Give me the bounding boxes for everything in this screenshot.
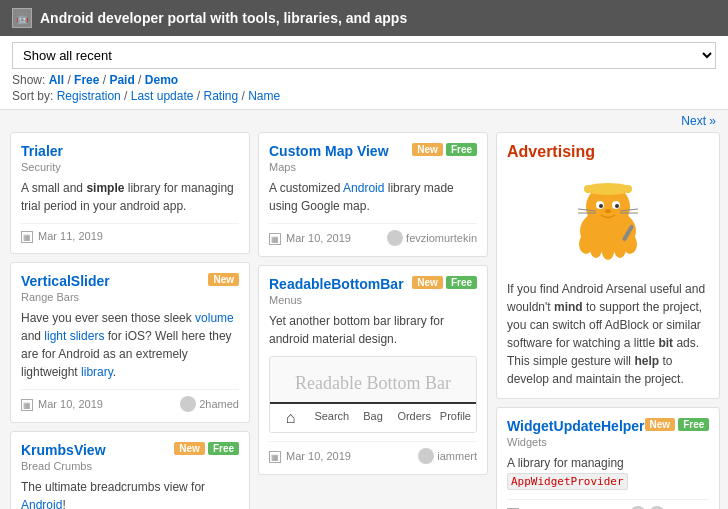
avatar-icon [387, 230, 403, 246]
widget-update-helper-title[interactable]: WidgetUpdateHelper [507, 418, 645, 434]
readable-bottom-bar-card: ReadableBottomBar New Free Menus Yet ano… [258, 265, 488, 475]
avatar-icon-2 [649, 506, 665, 510]
ad-text: If you find Android Arsenal useful and w… [507, 280, 709, 388]
next-link[interactable]: Next » [681, 114, 716, 128]
svg-point-7 [615, 204, 619, 208]
ad-image [507, 169, 709, 272]
controls-bar: Show all recent Show: All / Free / Paid … [0, 36, 728, 110]
page-title: Android developer portal with tools, lib… [40, 10, 407, 26]
sort-name-link[interactable]: Name [248, 89, 280, 103]
widget-update-helper-author: HeyAlex [630, 506, 709, 510]
readable-bottom-bar-desc: Yet another bottom bar library for andro… [269, 312, 477, 348]
vertical-slider-card: VerticalSlider New Range Bars Have you e… [10, 262, 250, 423]
vertical-slider-header: VerticalSlider New [21, 273, 239, 289]
readable-bottom-bar-title[interactable]: ReadableBottomBar [269, 276, 404, 292]
octocat-image [558, 169, 658, 269]
krumbs-header: KrumbsView New Free [21, 442, 239, 458]
avatar-icon [630, 506, 646, 510]
filter-label: Show: [12, 73, 45, 87]
filter-demo-link[interactable]: Demo [145, 73, 178, 87]
home-icon: ⌂ [270, 410, 311, 426]
nav-orders: Orders [394, 410, 435, 426]
filter-all-link[interactable]: All [49, 73, 64, 87]
svg-point-15 [590, 240, 602, 258]
readable-bottom-bar-category: Menus [269, 294, 477, 306]
free-badge: Free [446, 143, 477, 156]
trialer-header: Trialer [21, 143, 239, 159]
advertising-section: Advertising [496, 132, 720, 399]
left-column: Trialer Security A small and simple libr… [10, 132, 250, 509]
custom-map-title[interactable]: Custom Map View [269, 143, 389, 159]
krumbs-title[interactable]: KrumbsView [21, 442, 106, 458]
krumbs-badges: New Free [174, 442, 239, 455]
krumbs-desc: The ultimate breadcrumbs view for Androi… [21, 478, 239, 509]
custom-map-desc: A customized Android library made using … [269, 179, 477, 215]
avatar-icon [418, 448, 434, 464]
custom-map-author: fevziomurtekin [387, 230, 477, 246]
page-header: 🤖 Android developer portal with tools, l… [0, 0, 728, 36]
svg-rect-3 [584, 185, 632, 193]
krumbs-card: KrumbsView New Free Bread Crumbs The ult… [10, 431, 250, 509]
vertical-slider-category: Range Bars [21, 291, 239, 303]
preview-title: Readable Bottom Bar [270, 357, 476, 402]
preview-nav: ⌂ Search Bag Orders Profile [270, 402, 476, 432]
nav-home: ⌂ [270, 410, 311, 426]
sort-label: Sort by: [12, 89, 53, 103]
custom-map-footer: ▦ Mar 10, 2019 fevziomurtekin [269, 223, 477, 246]
custom-map-card: Custom Map View New Free Maps A customiz… [258, 132, 488, 257]
vertical-slider-author: 2hamed [180, 396, 239, 412]
widget-update-helper-category: Widgets [507, 436, 709, 448]
svg-point-6 [599, 204, 603, 208]
custom-map-category: Maps [269, 161, 477, 173]
widget-update-helper-footer: ▦ Mar 9, 2019 HeyAlex [507, 499, 709, 510]
calendar-icon: ▦ [21, 399, 33, 411]
svg-point-17 [602, 242, 614, 260]
trialer-footer: ▦ Mar 11, 2019 [21, 223, 239, 243]
sort-last-update-link[interactable]: Last update [131, 89, 194, 103]
svg-point-8 [605, 209, 611, 213]
readable-bottom-bar-author: iammert [418, 448, 477, 464]
calendar-icon: ▦ [269, 233, 281, 245]
mid-column: Custom Map View New Free Maps A customiz… [258, 132, 488, 509]
new-badge: New [412, 276, 443, 289]
widget-update-helper-desc: A library for managing AppWidgetProvider [507, 454, 709, 491]
trialer-date: ▦ Mar 11, 2019 [21, 230, 103, 243]
code-badge: AppWidgetProvider [507, 473, 628, 490]
widget-update-helper-header: WidgetUpdateHelper New Free [507, 418, 709, 434]
free-badge: Free [208, 442, 239, 455]
free-badge: Free [678, 418, 709, 431]
readable-bottom-bar-date: ▦ Mar 10, 2019 [269, 450, 351, 463]
nav-profile: Profile [435, 410, 476, 426]
calendar-icon: ▦ [269, 451, 281, 463]
sort-rating-link[interactable]: Rating [203, 89, 238, 103]
readable-bottom-bar-header: ReadableBottomBar New Free [269, 276, 477, 292]
filter-paid-link[interactable]: Paid [109, 73, 134, 87]
vertical-slider-desc: Have you ever seen those sleek volume an… [21, 309, 239, 381]
top-bar: Next » [0, 110, 728, 132]
vertical-slider-date: ▦ Mar 10, 2019 [21, 398, 103, 411]
custom-map-header: Custom Map View New Free [269, 143, 477, 159]
trialer-title[interactable]: Trialer [21, 143, 63, 159]
sort-registration-link[interactable]: Registration [57, 89, 121, 103]
custom-map-date: ▦ Mar 10, 2019 [269, 232, 351, 245]
sort-row: Sort by: Registration / Last update / Ra… [12, 89, 716, 103]
nav-search: Search [311, 410, 352, 426]
calendar-icon: ▦ [21, 231, 33, 243]
widget-update-helper-card: WidgetUpdateHelper New Free Widgets A li… [496, 407, 720, 509]
avatar-icon [180, 396, 196, 412]
widget-update-helper-badges: New Free [645, 418, 710, 431]
free-badge: Free [446, 276, 477, 289]
new-badge: New [412, 143, 443, 156]
custom-map-badges: New Free [412, 143, 477, 156]
android-icon: 🤖 [12, 8, 32, 28]
nav-bag: Bag [352, 410, 393, 426]
trialer-card: Trialer Security A small and simple libr… [10, 132, 250, 254]
filter-row: Show: All / Free / Paid / Demo [12, 73, 716, 87]
main-content: Trialer Security A small and simple libr… [0, 132, 728, 509]
new-badge: New [208, 273, 239, 286]
show-select[interactable]: Show all recent [12, 42, 716, 69]
trialer-category: Security [21, 161, 239, 173]
vertical-slider-footer: ▦ Mar 10, 2019 2hamed [21, 389, 239, 412]
filter-free-link[interactable]: Free [74, 73, 99, 87]
vertical-slider-title[interactable]: VerticalSlider [21, 273, 110, 289]
